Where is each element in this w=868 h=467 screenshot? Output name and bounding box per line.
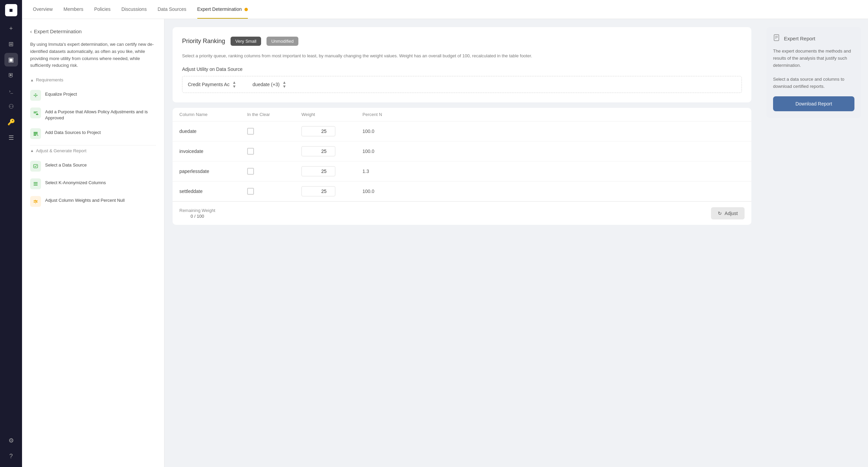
- col-head-name: Column Name: [179, 112, 247, 117]
- expert-report-card-top: Expert Report: [773, 34, 854, 43]
- add-data-sources-item[interactable]: Add Data Sources to Project: [30, 125, 156, 142]
- back-arrow-icon: ‹: [30, 28, 32, 34]
- row-0-name: duedate: [179, 129, 247, 134]
- shield-icon[interactable]: ⛨: [4, 69, 18, 82]
- svg-rect-10: [37, 134, 38, 136]
- expert-determination-description: By using Immuta's expert determination, …: [30, 41, 156, 69]
- back-link[interactable]: ‹ Expert Determination: [30, 28, 156, 34]
- equalize-project-label: Equalize Project: [45, 90, 77, 97]
- select-data-source-item[interactable]: Select a Data Source: [30, 157, 156, 175]
- data-source-selector[interactable]: Credit Payments Ac ▲▼: [188, 80, 236, 89]
- col-head-weight: Weight: [301, 112, 362, 117]
- svg-rect-17: [35, 200, 36, 200]
- adjust-button[interactable]: ↻ Adjust: [711, 207, 745, 219]
- key-icon[interactable]: 🔑: [4, 115, 18, 129]
- refresh-icon: ↻: [718, 211, 722, 216]
- equalize-project-icon: [30, 90, 41, 101]
- svg-rect-9: [34, 135, 36, 136]
- row-1-weight-input[interactable]: [301, 146, 335, 156]
- row-3-percent-null: 100.0: [362, 189, 410, 194]
- select-data-source-icon: [30, 161, 41, 172]
- row-2-weight-input[interactable]: [301, 166, 335, 176]
- svg-rect-12: [34, 182, 38, 183]
- add-purpose-label: Add a Purpose that Allows Policy Adjustm…: [45, 108, 156, 121]
- priority-ranking-card: Priority Ranking Very Small Unmodified S…: [173, 27, 751, 102]
- requirements-section-header[interactable]: ▲ Requirements: [30, 77, 156, 82]
- svg-rect-19: [774, 35, 779, 41]
- svg-rect-7: [34, 132, 38, 133]
- row-3-in-the-clear-checkbox[interactable]: [247, 188, 254, 195]
- adjust-column-weights-label: Adjust Column Weights and Percent Null: [45, 196, 125, 203]
- adjust-chevron-up-icon: ▲: [30, 149, 34, 153]
- nav-members[interactable]: Members: [63, 0, 83, 19]
- row-0-in-the-clear-checkbox[interactable]: [247, 128, 254, 135]
- svg-rect-6: [36, 114, 38, 115]
- terminal-icon[interactable]: ›_: [4, 84, 18, 98]
- row-0-weight-input[interactable]: [301, 126, 335, 136]
- row-3-weight-cell: [301, 186, 362, 196]
- top-nav: Overview Members Policies Discussions Da…: [22, 0, 868, 19]
- plus-icon[interactable]: +: [4, 22, 18, 35]
- add-purpose-item[interactable]: Add a Purpose that Allows Policy Adjustm…: [30, 104, 156, 124]
- select-k-anonymized-item[interactable]: Select K-Anonymized Columns: [30, 175, 156, 193]
- table-card: Column Name In the Clear Weight Percent …: [173, 108, 751, 225]
- very-small-pill[interactable]: Very Small: [231, 37, 261, 46]
- add-data-sources-label: Add Data Sources to Project: [45, 128, 101, 136]
- svg-rect-13: [34, 183, 38, 184]
- table-header-row: Column Name In the Clear Weight Percent …: [173, 108, 751, 121]
- layers-icon[interactable]: ⊞: [4, 37, 18, 51]
- row-2-in-the-clear-checkbox[interactable]: [247, 168, 254, 175]
- row-3-weight-input[interactable]: [301, 186, 335, 196]
- svg-rect-2: [35, 96, 36, 97]
- list-icon[interactable]: ☰: [4, 131, 18, 144]
- svg-rect-16: [34, 202, 38, 202]
- row-1-in-the-clear-checkbox[interactable]: [247, 148, 254, 155]
- equalize-project-item[interactable]: Equalize Project: [30, 86, 156, 104]
- adjust-column-weights-item[interactable]: Adjust Column Weights and Percent Null: [30, 193, 156, 210]
- center-panel: Priority Ranking Very Small Unmodified S…: [164, 19, 760, 467]
- col-head-in-the-clear: In the Clear: [247, 112, 301, 117]
- right-panel: Expert Report The expert documents the m…: [760, 19, 868, 467]
- table-row: paperlessdate 1.3: [173, 161, 751, 181]
- expert-determination-badge: [244, 8, 248, 11]
- svg-rect-15: [34, 200, 38, 201]
- svg-rect-1: [35, 94, 36, 94]
- adjust-column-weights-icon: [30, 196, 41, 207]
- nav-overview[interactable]: Overview: [33, 0, 53, 19]
- adjust-section-header[interactable]: ▲ Adjust & Generate Report: [30, 148, 156, 153]
- row-1-percent-null: 100.0: [362, 149, 410, 154]
- unmodified-pill[interactable]: Unmodified: [267, 37, 298, 46]
- nav-policies[interactable]: Policies: [94, 0, 111, 19]
- nav-expert-determination[interactable]: Expert Determination: [197, 0, 248, 19]
- remaining-weight-section: Remaining Weight 0 / 100: [179, 208, 215, 219]
- nav-data-sources[interactable]: Data Sources: [158, 0, 186, 19]
- table-row: duedate 100.0: [173, 121, 751, 141]
- table-row: invoicedate 100.0: [173, 141, 751, 161]
- svg-rect-14: [34, 185, 38, 186]
- help-icon[interactable]: ?: [4, 449, 18, 463]
- row-2-checkbox-cell: [247, 168, 301, 175]
- column-arrows-icon: ▲▼: [282, 80, 287, 89]
- chevron-up-icon: ▲: [30, 78, 34, 82]
- adjust-button-label: Adjust: [725, 211, 738, 216]
- selectors-row: Credit Payments Ac ▲▼ duedate (+3) ▲▼: [182, 76, 742, 93]
- adjust-label: Adjust & Generate Report: [36, 148, 86, 153]
- row-3-checkbox-cell: [247, 188, 301, 195]
- select-k-anonymized-icon: [30, 178, 41, 189]
- column-value: duedate (+3): [253, 82, 280, 87]
- download-report-button[interactable]: Download Report: [773, 96, 854, 111]
- remaining-weight-value: 0 / 100: [179, 214, 215, 219]
- table-footer: Remaining Weight 0 / 100 ↻ Adjust: [173, 201, 751, 225]
- nav-discussions[interactable]: Discussions: [121, 0, 147, 19]
- folder-icon[interactable]: ▣: [4, 53, 18, 66]
- requirements-label: Requirements: [36, 77, 63, 82]
- row-3-name: settleddate: [179, 189, 247, 194]
- back-label: Expert Determination: [34, 28, 82, 34]
- settings-icon[interactable]: ⚙: [4, 434, 18, 447]
- select-data-source-label: Select a Data Source: [45, 161, 87, 168]
- users-icon[interactable]: ⚇: [4, 100, 18, 113]
- row-2-weight-cell: [301, 166, 362, 176]
- column-selector[interactable]: duedate (+3) ▲▼: [253, 80, 287, 89]
- row-1-checkbox-cell: [247, 148, 301, 155]
- svg-rect-18: [36, 201, 37, 202]
